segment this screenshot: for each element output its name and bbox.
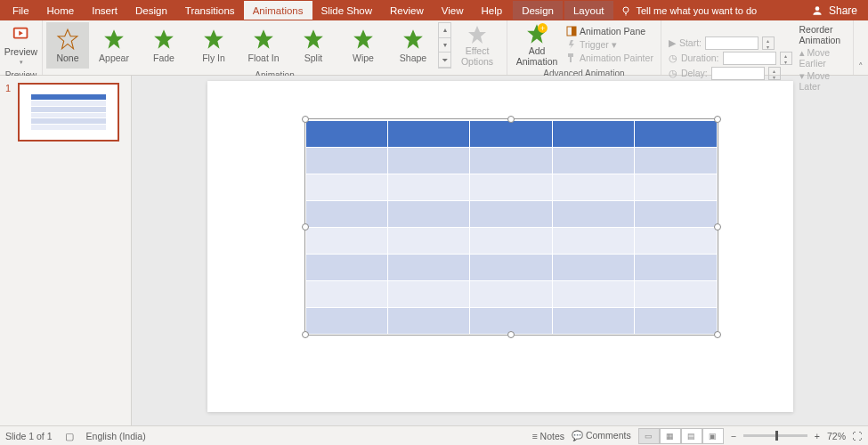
person-icon [811,4,823,17]
selection-frame[interactable] [304,118,718,336]
zoom-slider[interactable] [743,434,807,437]
add-animation[interactable]: + Add Animation [511,22,563,67]
handle-n[interactable] [507,116,515,123]
star-icon [252,28,275,51]
clock-icon: ◷ [669,53,677,63]
gallery-more-icon[interactable]: ⏷ [439,53,450,68]
duration-row: ◷ Duration: ▴▾ [669,52,792,65]
handle-nw[interactable] [302,116,309,123]
zoom-in[interactable]: + [815,431,820,441]
preview-icon [11,25,32,44]
gallery-down-icon[interactable]: ▾ [439,38,450,53]
view-slideshow[interactable]: ▣ [702,428,724,444]
zoom-out[interactable]: − [731,431,736,441]
svg-marker-7 [154,29,174,49]
gallery-up-icon[interactable]: ▴ [439,23,450,38]
tab-home[interactable]: Home [38,1,84,20]
comments-button[interactable]: 💬 Comments [572,430,631,441]
svg-rect-21 [570,57,572,62]
play-icon: ▶ [669,37,676,48]
svg-rect-20 [568,53,573,57]
start-input[interactable] [705,36,758,50]
svg-marker-5 [58,29,77,49]
effect-options: Effect Options [451,24,503,67]
svg-point-0 [623,7,629,12]
slide-count: Slide 1 of 1 [5,431,53,441]
star-icon [102,28,126,51]
fit-window[interactable]: ⛶ [853,431,863,441]
effect-fade[interactable]: Fade [139,28,189,63]
effect-floatin[interactable]: Float In [239,28,288,63]
animation-pane[interactable]: Animation Pane [566,26,653,36]
effect-wipe[interactable]: Wipe [338,28,388,63]
share[interactable]: Share [811,4,857,17]
tab-file[interactable]: File [4,1,38,20]
effect-split[interactable]: Split [288,28,338,63]
start-spin[interactable]: ▴▾ [762,36,775,50]
svg-marker-10 [304,29,323,49]
effect-none[interactable]: None [46,22,89,69]
handle-ne[interactable] [714,116,721,123]
zoom-level[interactable]: 72% [827,431,846,441]
none-icon [56,28,79,51]
tell-me-text: Tell me what you want to do [637,5,758,16]
handle-e[interactable] [714,223,721,231]
tab-view[interactable]: View [433,1,473,20]
start-row: ▶ Start: ▴▾ [669,36,792,50]
svg-marker-12 [403,29,423,49]
handle-se[interactable] [714,331,721,338]
effect-flyin[interactable]: Fly In [189,28,239,63]
svg-text:+: + [540,24,545,33]
view-reading[interactable]: ▤ [681,428,702,444]
svg-marker-19 [569,40,574,49]
tab-help[interactable]: Help [473,1,512,20]
ribbon-tabs: File Home Insert Design Transitions Anim… [0,1,613,20]
tab-transitions[interactable]: Transitions [176,1,244,20]
move-earlier: ▴ Move Earlier [799,47,847,69]
duration-spin[interactable]: ▴▾ [780,52,792,65]
tell-me[interactable]: Tell me what you want to do [621,5,758,16]
tab-slideshow[interactable]: Slide Show [312,1,382,20]
slide-panel: 1 [0,76,132,425]
tab-design[interactable]: Design [126,1,176,20]
tab-ctx-design[interactable]: Design [513,1,563,20]
delay-spin[interactable]: ▴▾ [768,67,781,80]
gallery-scroll[interactable]: ▴ ▾ ⏷ [438,22,451,69]
preview-button[interactable]: Preview ▾ [4,22,38,69]
svg-marker-6 [104,29,124,49]
tab-insert[interactable]: Insert [83,1,126,20]
view-normal[interactable]: ▭ [638,428,660,444]
svg-marker-8 [204,29,223,49]
thumb-number: 1 [5,83,14,142]
star-icon [352,28,375,51]
duration-input[interactable] [723,52,776,65]
trigger: Trigger ▾ [566,39,653,50]
language[interactable]: English (India) [86,431,146,441]
reorder-label: Reorder Animation [799,24,847,45]
effect-appear[interactable]: Appear [89,28,139,63]
svg-marker-13 [468,26,486,44]
bulb-icon [621,5,631,16]
star-icon [152,28,175,51]
tab-animations[interactable]: Animations [244,1,312,20]
collapse-ribbon[interactable]: ˄ [854,20,868,75]
pane-icon [566,26,577,36]
delay-input[interactable] [711,67,765,80]
add-animation-icon: + [525,22,548,45]
view-sorter[interactable]: ▦ [660,428,681,444]
tab-ctx-layout[interactable]: Layout [564,1,613,20]
tab-review[interactable]: Review [381,1,433,20]
spell-icon[interactable]: ▢ [65,431,74,441]
effect-shape[interactable]: Shape [388,28,438,63]
notes-button[interactable]: ≡ Notes [532,431,564,441]
slide-thumbnail[interactable] [18,83,119,142]
handle-s[interactable] [507,331,515,338]
handle-w[interactable] [302,223,309,231]
delay-row: ◷ Delay: ▴▾ [669,67,792,80]
star-icon [402,28,425,51]
handle-sw[interactable] [302,331,309,338]
svg-marker-11 [353,29,373,49]
slide-canvas[interactable] [132,76,868,425]
painter-icon [566,53,577,63]
svg-rect-18 [572,27,576,36]
